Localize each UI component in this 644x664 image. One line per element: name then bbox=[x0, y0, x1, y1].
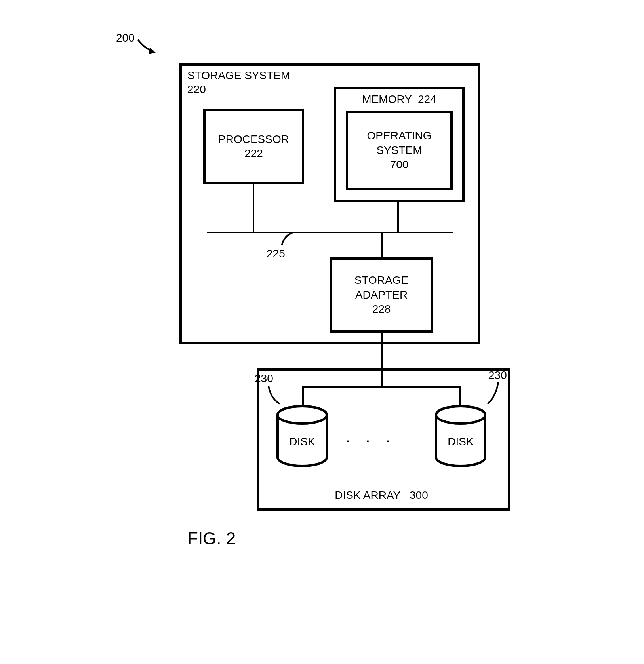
figure-title: FIG. 2 bbox=[187, 529, 236, 548]
storage-adapter-label: STORAGE ADAPTER 228 bbox=[332, 273, 431, 316]
storage-adapter-box: STORAGE ADAPTER 228 bbox=[330, 257, 433, 333]
storage-system-label: STORAGE SYSTEM bbox=[187, 69, 290, 82]
memory-ref: 224 bbox=[418, 93, 436, 105]
operating-system-label: OPERATING SYSTEM 700 bbox=[348, 129, 450, 172]
disk-1: DISK bbox=[274, 404, 330, 473]
array-internal-v bbox=[381, 369, 383, 387]
svg-point-1 bbox=[278, 406, 327, 424]
ellipsis-icon: · · · bbox=[346, 432, 396, 449]
processor-box: PROCESSOR 222 bbox=[203, 109, 304, 184]
disk-2-ref: 230 bbox=[488, 369, 507, 382]
diagram-canvas: 200 STORAGE SYSTEM 220 PROCESSOR 222 MEM… bbox=[104, 16, 540, 570]
disk2-connector bbox=[459, 386, 461, 406]
processor-label: PROCESSOR 222 bbox=[218, 132, 289, 161]
memory-text: MEMORY bbox=[362, 93, 412, 105]
disk-array-ref: 300 bbox=[410, 489, 428, 501]
operating-system-box: OPERATING SYSTEM 700 bbox=[346, 111, 453, 190]
bus-line bbox=[207, 232, 453, 233]
storage-adapter-text: STORAGE ADAPTER bbox=[354, 274, 408, 301]
storage-adapter-ref: 228 bbox=[372, 303, 391, 315]
storage-system-text: STORAGE SYSTEM bbox=[187, 69, 290, 82]
operating-system-text: OPERATING SYSTEM bbox=[367, 129, 432, 156]
processor-ref: 222 bbox=[244, 147, 263, 160]
disk-array-text: DISK ARRAY bbox=[335, 489, 400, 501]
storage-system-ref: 220 bbox=[187, 83, 206, 96]
processor-text: PROCESSOR bbox=[218, 133, 289, 145]
disk2-ref-curve-icon bbox=[484, 380, 508, 408]
svg-point-3 bbox=[436, 406, 485, 424]
array-internal-h bbox=[302, 386, 461, 388]
figure-ref: 200 bbox=[116, 32, 135, 44]
memory-label: MEMORY 224 bbox=[352, 93, 447, 106]
disk1-connector bbox=[302, 386, 304, 406]
bus-ref-curve-icon bbox=[278, 232, 298, 249]
disk-1-label: DISK bbox=[274, 436, 330, 448]
processor-bus-connector bbox=[253, 184, 254, 232]
disk-array-label: DISK ARRAY 300 bbox=[322, 489, 441, 502]
disk-1-ref: 230 bbox=[255, 372, 273, 385]
ref-arrow-icon bbox=[136, 34, 160, 57]
disk-2: DISK bbox=[433, 404, 488, 473]
disk-2-label: DISK bbox=[433, 436, 488, 448]
memory-bus-connector bbox=[397, 202, 399, 232]
bus-ref: 225 bbox=[267, 247, 285, 260]
bus-adapter-connector bbox=[381, 232, 383, 257]
operating-system-ref: 700 bbox=[390, 158, 409, 171]
disk1-ref-curve-icon bbox=[265, 384, 284, 408]
